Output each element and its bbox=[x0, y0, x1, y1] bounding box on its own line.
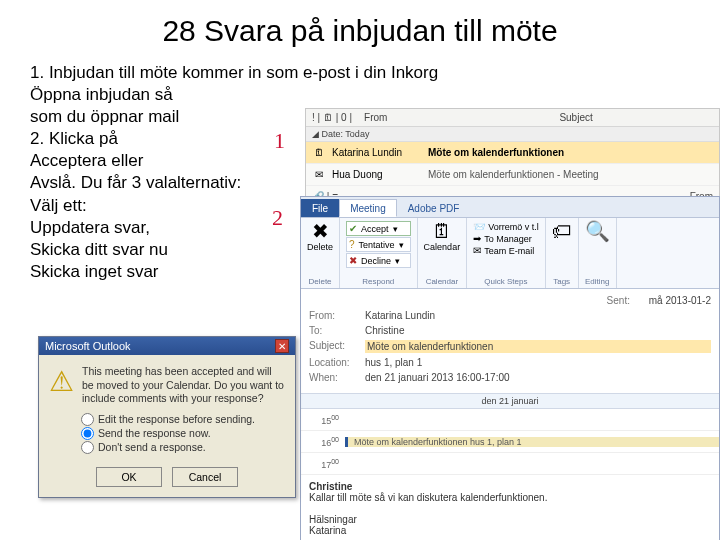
inbox-date-label: Date: Today bbox=[322, 129, 370, 139]
cal-min: 00 bbox=[331, 414, 339, 421]
cal-hour: 16 bbox=[321, 438, 331, 448]
field-key: When: bbox=[309, 372, 357, 383]
delete-label: Delete bbox=[307, 242, 333, 252]
tag-icon: 🏷 bbox=[552, 221, 572, 241]
chevron-down-icon: ▾ bbox=[399, 240, 404, 250]
calendar-icon: 🗓 bbox=[312, 146, 326, 160]
field-value: Christine bbox=[365, 325, 711, 336]
forward-icon: ➡ bbox=[473, 233, 481, 244]
ribbon: ✖ Delete Delete ✔Accept ▾ ?Tentative ▾ ✖… bbox=[301, 217, 719, 289]
tab-meeting[interactable]: Meeting bbox=[339, 199, 397, 217]
radio-input[interactable] bbox=[81, 427, 94, 440]
calendar-date-header: den 21 januari bbox=[301, 393, 719, 409]
field-key: From: bbox=[309, 310, 357, 321]
field-sent: Sent: må 2013-01-2 bbox=[309, 293, 711, 308]
tags-button[interactable]: 🏷 bbox=[552, 221, 572, 241]
dialog-titlebar: Microsoft Outlook ✕ bbox=[39, 337, 295, 355]
tab-adobe-pdf[interactable]: Adobe PDF bbox=[397, 199, 471, 217]
cancel-button[interactable]: Cancel bbox=[172, 467, 238, 487]
ribbon-group-respond: ✔Accept ▾ ?Tentative ▾ ✖Decline ▾ Respon… bbox=[340, 218, 418, 288]
field-subject: Subject:Möte om kalenderfunktionen bbox=[309, 338, 711, 355]
radio-send-now[interactable]: Send the response now. bbox=[81, 427, 283, 440]
cal-min: 00 bbox=[331, 458, 339, 465]
inbox-row-from: Katarina Lundin bbox=[332, 147, 422, 158]
group-label: Editing bbox=[585, 277, 609, 286]
delete-button[interactable]: ✖ Delete bbox=[307, 221, 333, 252]
body-line: Öppna inbjudan så bbox=[30, 84, 510, 106]
outlook-dialog: Microsoft Outlook ✕ ⚠ This meeting has b… bbox=[38, 336, 296, 498]
inbox-col-icons: ! | 🗓 | 0 | bbox=[306, 112, 358, 123]
radio-label: Edit the response before sending. bbox=[98, 413, 255, 425]
decline-label: Decline bbox=[361, 256, 391, 266]
editing-button[interactable]: 🔍 bbox=[585, 221, 610, 241]
calendar-button[interactable]: 🗓 Calendar bbox=[424, 221, 461, 252]
msg-line: Kallar till möte så vi kan diskutera kal… bbox=[309, 492, 711, 503]
field-value: Möte om kalenderfunktionen bbox=[365, 340, 711, 353]
inbox-header: ! | 🗓 | 0 | From Subject bbox=[306, 109, 719, 127]
quickstep-item[interactable]: ➡To Manager bbox=[473, 233, 539, 244]
quickstep-item[interactable]: 📨Vorremö v t.l bbox=[473, 221, 539, 232]
inbox-row[interactable]: ✉ Hua Duong Möte om kalenderfunktionen -… bbox=[306, 164, 719, 186]
field-key: Subject: bbox=[309, 340, 357, 353]
radio-label: Don't send a response. bbox=[98, 441, 206, 453]
annotation-1: 1 bbox=[274, 128, 285, 154]
slide-title: 28 Svara på inbjudan till möte bbox=[0, 0, 720, 54]
group-label: Respond bbox=[362, 277, 394, 286]
cal-event: Möte om kalenderfunktionen hus 1, plan 1 bbox=[345, 437, 719, 447]
message-body: Christine Kallar till möte så vi kan dis… bbox=[301, 475, 719, 540]
chevron-down-icon: ▾ bbox=[395, 256, 400, 266]
quickstep-item[interactable]: ✉Team E-mail bbox=[473, 245, 539, 256]
calendar-row: 1500 bbox=[301, 409, 719, 431]
calendar-preview: den 21 januari 1500 1600Möte om kalender… bbox=[301, 393, 719, 475]
ribbon-group-tags: 🏷 Tags bbox=[546, 218, 579, 288]
group-label: Calendar bbox=[426, 277, 458, 286]
msg-sign: Hälsningar bbox=[309, 514, 711, 525]
field-value: Katarina Lundin bbox=[365, 310, 711, 321]
group-label: Tags bbox=[553, 277, 570, 286]
dialog-title-text: Microsoft Outlook bbox=[45, 340, 131, 352]
quickstep-label: Vorremö v t.l bbox=[488, 222, 539, 232]
inbox-date-group: ◢ Date: Today bbox=[306, 127, 719, 142]
mail-icon: ✉ bbox=[473, 245, 481, 256]
radio-input[interactable] bbox=[81, 441, 94, 454]
ribbon-group-delete: ✖ Delete Delete bbox=[301, 218, 340, 288]
ribbon-tabs: File Meeting Adobe PDF bbox=[301, 197, 719, 217]
radio-input[interactable] bbox=[81, 413, 94, 426]
annotation-2: 2 bbox=[272, 205, 283, 231]
meeting-window: File Meeting Adobe PDF ✖ Delete Delete ✔… bbox=[300, 196, 720, 540]
inbox-row[interactable]: 🗓 Katarina Lundin Möte om kalenderfunkti… bbox=[306, 142, 719, 164]
field-from: From:Katarina Lundin bbox=[309, 308, 711, 323]
inbox-col-subject[interactable]: Subject bbox=[553, 112, 598, 123]
field-location: Location:hus 1, plan 1 bbox=[309, 355, 711, 370]
meeting-fields: Sent: må 2013-01-2 From:Katarina Lundin … bbox=[301, 289, 719, 393]
warning-icon: ⚠ bbox=[49, 365, 74, 406]
cal-min: 00 bbox=[331, 436, 339, 443]
decline-button[interactable]: ✖Decline ▾ bbox=[346, 253, 411, 268]
radio-dont-send[interactable]: Don't send a response. bbox=[81, 441, 283, 454]
mail-icon: ✉ bbox=[312, 168, 326, 182]
tentative-label: Tentative bbox=[359, 240, 395, 250]
close-icon[interactable]: ✕ bbox=[275, 339, 289, 353]
accept-label: Accept bbox=[361, 224, 389, 234]
field-value: må 2013-01-2 bbox=[649, 295, 711, 306]
ok-button[interactable]: OK bbox=[96, 467, 162, 487]
inbox-row-from: Hua Duong bbox=[332, 169, 422, 180]
field-key: Location: bbox=[309, 357, 357, 368]
field-key: To: bbox=[309, 325, 357, 336]
tab-file[interactable]: File bbox=[301, 199, 339, 217]
accept-button[interactable]: ✔Accept ▾ bbox=[346, 221, 411, 236]
dialog-text: This meeting has been accepted and will … bbox=[82, 365, 285, 406]
field-when: When:den 21 januari 2013 16:00-17:00 bbox=[309, 370, 711, 385]
field-value: hus 1, plan 1 bbox=[365, 357, 711, 368]
field-to: To:Christine bbox=[309, 323, 711, 338]
tentative-button[interactable]: ?Tentative ▾ bbox=[346, 237, 411, 252]
cal-hour: 15 bbox=[321, 416, 331, 426]
body-line: 1. Inbjudan till möte kommer in som e-po… bbox=[30, 62, 510, 84]
radio-edit-response[interactable]: Edit the response before sending. bbox=[81, 413, 283, 426]
group-label: Delete bbox=[308, 277, 331, 286]
inbox-col-from[interactable]: From bbox=[358, 112, 393, 123]
delete-icon: ✖ bbox=[312, 221, 329, 241]
ribbon-group-editing: 🔍 Editing bbox=[579, 218, 617, 288]
check-icon: ✔ bbox=[349, 223, 357, 234]
calendar-icon: 🗓 bbox=[432, 221, 452, 241]
